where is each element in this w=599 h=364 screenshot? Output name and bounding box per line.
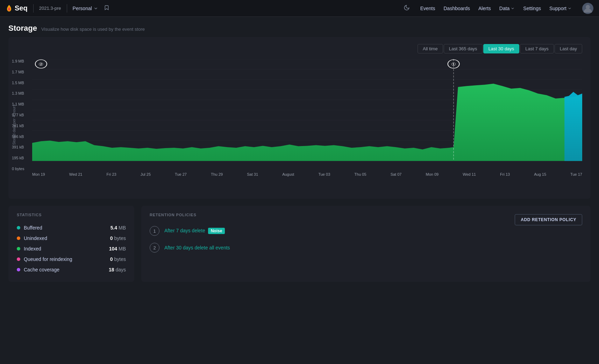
buffered-dot xyxy=(17,226,20,230)
nav-dashboards[interactable]: Dashboards xyxy=(440,3,473,13)
indexed-value: 104 MB xyxy=(109,246,126,252)
cache-dot xyxy=(17,268,20,271)
retention-policy-1: 1 After 7 days delete Noise xyxy=(150,223,515,239)
y-tick-1: 1.7 MB xyxy=(12,70,24,74)
x-tick-august: August xyxy=(282,172,294,176)
x-tick-thu05: Thu 05 xyxy=(354,172,366,176)
indexed-label: Indexed xyxy=(24,246,106,252)
stats-heading: STATISTICS xyxy=(17,213,126,217)
stat-buffered: Buffered 5.4 MB xyxy=(17,223,126,233)
chevron-down-icon xyxy=(93,6,98,11)
unindexed-label: Unindexed xyxy=(24,235,107,241)
cache-value: 18 days xyxy=(109,267,126,272)
noise-badge: Noise xyxy=(208,228,225,234)
top-navigation: Seq 2021.3-pre Personal Events Dashboard… xyxy=(0,0,599,17)
policy2-num: 2 xyxy=(150,243,159,253)
retention-heading: RETENTION POLICIES xyxy=(150,213,515,217)
workspace-name: Personal xyxy=(73,6,92,11)
x-tick-sat07: Sat 07 xyxy=(391,172,402,176)
nav-alerts[interactable]: Alerts xyxy=(475,3,494,13)
stat-indexed: Indexed 104 MB xyxy=(17,243,126,254)
main-content: All time Last 365 days Last 30 days Last… xyxy=(0,37,599,290)
x-ticks: Mon 19 Wed 21 Fri 23 Jul 25 Tue 27 Thu 2… xyxy=(32,172,582,176)
page-subtitle: Visualize how disk space is used by the … xyxy=(41,27,145,32)
time-btn-1[interactable]: Last day xyxy=(555,44,582,53)
nav-divider2 xyxy=(67,4,67,13)
y-tick-10: 0 bytes xyxy=(12,167,24,171)
seq-flame-icon xyxy=(6,4,13,13)
time-btn-all[interactable]: All time xyxy=(418,44,443,53)
data-chevron-icon xyxy=(511,6,515,10)
chart-green-area xyxy=(32,84,582,161)
app-logo[interactable]: Seq xyxy=(6,4,28,13)
y-tick-4: 1.1 MB xyxy=(12,102,24,106)
y-tick-5: 977 kB xyxy=(12,113,24,117)
annotation2-label: ② xyxy=(38,62,44,66)
time-btn-365[interactable]: Last 365 days xyxy=(444,44,483,53)
y-tick-0: 1.9 MB xyxy=(12,59,24,63)
x-tick-tue27: Tue 27 xyxy=(175,172,187,176)
x-tick-tue03: Tue 03 xyxy=(318,172,330,176)
x-tick-fri23: Fri 23 xyxy=(107,172,116,176)
chart-area: ① ② 1.9 MB 1.7 MB 1.5 MB 1.3 MB 1.1 MB 9… xyxy=(32,59,582,192)
time-btn-7[interactable]: Last 7 days xyxy=(520,44,554,53)
y-tick-3: 1.3 MB xyxy=(12,91,24,95)
nav-data[interactable]: Data xyxy=(496,3,519,13)
cache-label: Cache coverage xyxy=(24,267,105,272)
page-header: Storage Visualize how disk space is used… xyxy=(0,17,599,37)
stat-queued: Queued for reindexing 0 bytes xyxy=(17,254,126,264)
buffered-label: Buffered xyxy=(24,225,107,231)
moon-icon[interactable] xyxy=(404,5,410,12)
y-tick-8: 391 kB xyxy=(12,145,24,149)
y-tick-7: 586 kB xyxy=(12,134,24,139)
y-tick-9: 195 kB xyxy=(12,156,24,160)
y-tick-6: 781 kB xyxy=(12,124,24,128)
x-tick-wed11: Wed 11 xyxy=(463,172,476,176)
stats-panel: STATISTICS Buffered 5.4 MB Unindexed 0 b… xyxy=(8,206,134,282)
annotation1-label: ① xyxy=(451,62,456,66)
x-tick-thu29: Thu 29 xyxy=(211,172,223,176)
queued-value: 0 bytes xyxy=(110,256,126,262)
x-tick-jul25: Jul 25 xyxy=(141,172,151,176)
x-tick-wed21: Wed 21 xyxy=(69,172,83,176)
retention-policy-2: 2 After 30 days delete all events xyxy=(150,239,515,256)
x-tick-tue17: Tue 17 xyxy=(570,172,582,176)
policy2-text: After 30 days delete all events xyxy=(164,245,230,250)
y-ticks: 1.9 MB 1.7 MB 1.5 MB 1.3 MB 1.1 MB 977 k… xyxy=(12,59,24,171)
time-btn-30[interactable]: Last 30 days xyxy=(483,44,520,53)
time-range-bar: All time Last 365 days Last 30 days Last… xyxy=(17,44,582,53)
stat-cache: Cache coverage 18 days xyxy=(17,264,126,275)
policy1-text: After 7 days delete Noise xyxy=(164,228,225,234)
unindexed-value: 0 bytes xyxy=(110,235,126,241)
workspace-selector[interactable]: Personal xyxy=(73,6,98,11)
bottom-panels: STATISTICS Buffered 5.4 MB Unindexed 0 b… xyxy=(8,206,591,282)
chart-card: All time Last 365 days Last 30 days Last… xyxy=(8,37,591,199)
indexed-dot xyxy=(17,247,20,250)
page-title: Storage xyxy=(8,24,37,33)
x-tick-mon19: Mon 19 xyxy=(32,172,45,176)
nav-events[interactable]: Events xyxy=(417,3,439,13)
nav-links: Events Dashboards Alerts Data Settings S… xyxy=(417,3,575,13)
app-name: Seq xyxy=(15,4,28,12)
app-version: 2021.3-pre xyxy=(39,6,61,11)
x-tick-sat31: Sat 31 xyxy=(247,172,258,176)
add-retention-button[interactable]: ADD RETENTION POLICY xyxy=(515,214,582,225)
queued-dot xyxy=(17,257,20,261)
chart-cyan-area xyxy=(564,92,582,161)
x-tick-mon09: Mon 09 xyxy=(426,172,438,176)
stat-unindexed: Unindexed 0 bytes xyxy=(17,233,126,243)
nav-support[interactable]: Support xyxy=(546,3,575,13)
x-tick-fri13: Fri 13 xyxy=(500,172,510,176)
bookmark-icon[interactable] xyxy=(104,5,109,12)
support-chevron-icon xyxy=(568,6,572,10)
nav-settings[interactable]: Settings xyxy=(520,3,544,13)
y-tick-2: 1.5 MB xyxy=(12,81,24,85)
avatar[interactable] xyxy=(582,3,593,14)
nav-divider xyxy=(33,4,34,13)
retention-panel: RETENTION POLICIES 1 After 7 days delete… xyxy=(141,206,591,282)
buffered-value: 5.4 MB xyxy=(110,225,126,231)
policy1-num: 1 xyxy=(150,226,159,236)
unindexed-dot xyxy=(17,236,20,240)
queued-label: Queued for reindexing xyxy=(24,256,107,262)
chart-svg: ① ② xyxy=(32,59,582,171)
